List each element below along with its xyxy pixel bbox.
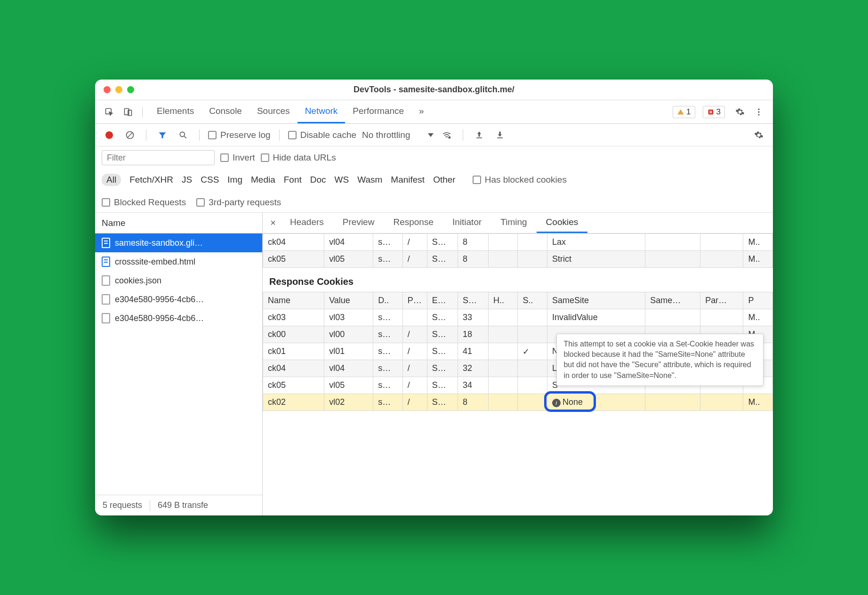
filter-css[interactable]: CSS — [201, 175, 219, 185]
invert-checkbox[interactable]: Invert — [220, 153, 255, 163]
request-list-sidebar: Name samesite-sandbox.gli… crosssite-emb… — [95, 213, 263, 515]
export-har-icon[interactable] — [492, 128, 507, 143]
tab-elements[interactable]: Elements — [149, 100, 201, 123]
tab-performance[interactable]: Performance — [345, 100, 411, 123]
import-har-icon[interactable] — [472, 128, 487, 143]
has-blocked-cookies-checkbox[interactable]: Has blocked cookies — [473, 175, 567, 185]
filter-bar: Invert Hide data URLs All Fetch/XHR JS C… — [95, 146, 773, 213]
close-detail-button[interactable]: × — [265, 216, 281, 231]
close-window-button[interactable] — [104, 86, 111, 93]
device-toolbar-icon[interactable] — [121, 105, 136, 120]
transfer-size: 649 B transfe — [150, 500, 216, 510]
request-list-header: Name — [95, 213, 262, 233]
divider — [146, 129, 146, 141]
filter-wasm[interactable]: Wasm — [357, 175, 382, 185]
tab-network[interactable]: Network — [297, 100, 346, 123]
filter-img[interactable]: Img — [227, 175, 242, 185]
detail-panel: × Headers Preview Response Initiator Tim… — [263, 213, 773, 515]
table-row[interactable]: ck05vl05s…/S…8StrictM.. — [263, 251, 773, 268]
table-row[interactable]: ck03vl03s…S…33InvalidValueM.. — [263, 309, 773, 326]
minimize-window-button[interactable] — [115, 86, 122, 93]
request-item[interactable]: e304e580-9956-4cb6… — [95, 309, 262, 328]
filter-types: All Fetch/XHR JS CSS Img Media Font Doc … — [102, 171, 766, 189]
filter-doc[interactable]: Doc — [310, 175, 326, 185]
request-item[interactable]: e304e580-9956-4cb6… — [95, 290, 262, 309]
table-header-row: NameValueD..P…E…S…H..S..SameSiteSame…Par… — [263, 292, 773, 309]
info-icon: i — [552, 399, 561, 407]
document-icon — [102, 238, 110, 248]
file-icon — [102, 313, 110, 323]
kebab-menu-icon[interactable] — [751, 105, 766, 120]
svg-point-5 — [758, 111, 759, 113]
filter-manifest[interactable]: Manifest — [391, 175, 425, 185]
tab-more[interactable]: » — [411, 100, 432, 123]
divider — [199, 129, 200, 141]
warnings-count: 1 — [686, 107, 691, 117]
inspect-element-icon[interactable] — [102, 105, 117, 120]
request-list: samesite-sandbox.gli… crosssite-embed.ht… — [95, 233, 262, 495]
filter-input[interactable] — [102, 150, 215, 165]
detail-tab-response[interactable]: Response — [384, 213, 443, 233]
warnings-badge[interactable]: 1 — [673, 106, 695, 118]
svg-rect-10 — [476, 137, 482, 138]
detail-tab-headers[interactable]: Headers — [281, 213, 333, 233]
svg-point-8 — [180, 132, 185, 137]
record-button[interactable] — [102, 128, 117, 143]
request-item[interactable]: cookies.json — [95, 271, 262, 290]
request-item[interactable]: samesite-sandbox.gli… — [95, 233, 262, 252]
document-icon — [102, 257, 110, 267]
filter-ws[interactable]: WS — [335, 175, 349, 185]
svg-point-6 — [758, 114, 759, 115]
content-area: Name samesite-sandbox.gli… crosssite-emb… — [95, 213, 773, 515]
tab-sources[interactable]: Sources — [249, 100, 297, 123]
clear-icon[interactable] — [122, 128, 137, 143]
errors-count: 3 — [716, 107, 721, 117]
errors-badge[interactable]: 3 — [703, 106, 725, 118]
table-row[interactable]: ck04vl04s…/S…8LaxM.. — [263, 234, 773, 251]
samesite-tooltip: This attempt to set a cookie via a Set-C… — [556, 334, 764, 386]
svg-point-9 — [449, 137, 450, 138]
divider — [279, 129, 280, 141]
settings-icon[interactable] — [732, 105, 747, 120]
detail-tab-timing[interactable]: Timing — [491, 213, 536, 233]
svg-point-4 — [758, 108, 759, 110]
detail-tab-cookies[interactable]: Cookies — [537, 213, 588, 233]
tab-console[interactable]: Console — [201, 100, 249, 123]
main-toolbar: Elements Console Sources Network Perform… — [95, 100, 773, 124]
table-row-highlighted[interactable]: ck02vl02s…/S…8iNoneM.. — [263, 394, 773, 411]
divider — [463, 129, 463, 141]
disable-cache-checkbox[interactable]: Disable cache — [288, 130, 356, 140]
filter-js[interactable]: JS — [182, 175, 192, 185]
throttling-select[interactable]: No throttling — [362, 130, 434, 140]
hide-data-urls-checkbox[interactable]: Hide data URLs — [261, 153, 336, 163]
requests-count: 5 requests — [95, 500, 150, 510]
detail-tabs: × Headers Preview Response Initiator Tim… — [263, 213, 773, 233]
network-conditions-icon[interactable] — [439, 128, 454, 143]
search-icon[interactable] — [176, 128, 191, 143]
request-item[interactable]: crosssite-embed.html — [95, 252, 262, 271]
third-party-checkbox[interactable]: 3rd-party requests — [196, 197, 281, 208]
window-title: DevTools - samesite-sandbox.glitch.me/ — [95, 85, 773, 95]
zoom-window-button[interactable] — [127, 86, 134, 93]
file-icon — [102, 294, 110, 305]
devtools-window: DevTools - samesite-sandbox.glitch.me/ E… — [95, 80, 773, 515]
detail-tab-preview[interactable]: Preview — [333, 213, 384, 233]
filter-other[interactable]: Other — [433, 175, 456, 185]
preserve-log-checkbox[interactable]: Preserve log — [208, 130, 271, 140]
network-toolbar: Preserve log Disable cache No throttling — [95, 124, 773, 146]
filter-font[interactable]: Font — [284, 175, 302, 185]
filter-media[interactable]: Media — [251, 175, 275, 185]
detail-tab-initiator[interactable]: Initiator — [443, 213, 491, 233]
filter-all[interactable]: All — [102, 174, 121, 186]
divider — [142, 106, 143, 118]
request-cookies-table: ck04vl04s…/S…8LaxM.. ck05vl05s…/S…8Stric… — [263, 233, 773, 268]
titlebar: DevTools - samesite-sandbox.glitch.me/ — [95, 80, 773, 100]
main-tabs: Elements Console Sources Network Perform… — [149, 100, 432, 123]
window-controls — [95, 86, 134, 93]
network-settings-icon[interactable] — [751, 128, 766, 143]
svg-rect-11 — [497, 137, 503, 138]
filter-icon[interactable] — [155, 128, 170, 143]
file-icon — [102, 275, 110, 286]
filter-fetch[interactable]: Fetch/XHR — [129, 175, 173, 185]
blocked-requests-checkbox[interactable]: Blocked Requests — [102, 197, 186, 208]
